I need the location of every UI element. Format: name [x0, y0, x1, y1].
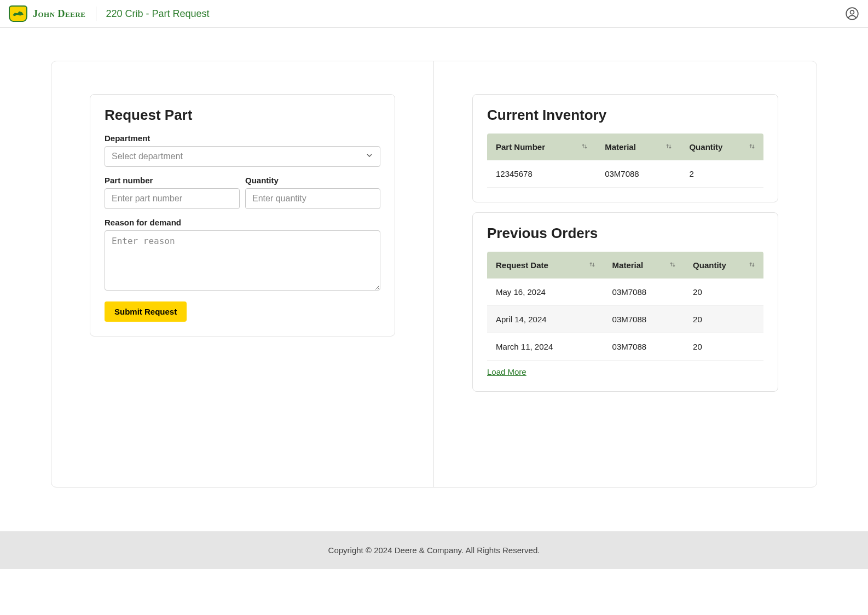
reason-textarea[interactable] — [105, 230, 380, 291]
cell-material: 03M7088 — [604, 333, 685, 361]
brand-logo: John Deere — [9, 5, 86, 22]
table-row: 12345678 03M7088 2 — [487, 160, 763, 188]
part-number-field: Part number — [105, 176, 240, 209]
table-row: March 11, 2024 03M7088 20 — [487, 333, 763, 361]
request-part-card: Request Part Department Select departmen… — [90, 94, 395, 336]
part-number-input[interactable] — [105, 188, 240, 209]
svg-point-1 — [850, 10, 854, 14]
sort-icon — [748, 260, 756, 270]
main-content: Request Part Department Select departmen… — [0, 28, 868, 531]
department-field: Department Select department — [105, 134, 380, 167]
sort-icon — [669, 260, 676, 270]
cell-part-number: 12345678 — [487, 160, 596, 188]
department-label: Department — [105, 134, 380, 143]
cell-date: April 14, 2024 — [487, 306, 604, 333]
sort-icon — [588, 260, 596, 270]
cell-quantity: 20 — [684, 306, 763, 333]
header-divider — [96, 7, 96, 21]
panel-right: Current Inventory Part Number Materia — [434, 61, 817, 487]
quantity-field: Quantity — [245, 176, 380, 209]
sort-icon — [665, 142, 673, 152]
current-inventory-card: Current Inventory Part Number Materia — [472, 94, 778, 202]
inventory-table: Part Number Material — [487, 134, 763, 188]
part-number-label: Part number — [105, 176, 240, 185]
inventory-col-material[interactable]: Material — [596, 134, 680, 160]
cell-quantity: 2 — [680, 160, 763, 188]
department-select[interactable]: Select department — [105, 146, 380, 167]
request-part-title: Request Part — [105, 107, 380, 124]
cell-material: 03M7088 — [604, 279, 685, 306]
quantity-input[interactable] — [245, 188, 380, 209]
current-inventory-title: Current Inventory — [487, 107, 763, 124]
page-title: 220 Crib - Part Request — [106, 8, 210, 20]
copyright-text: Copyright © 2024 Deere & Company. All Ri… — [328, 546, 540, 555]
header-left: John Deere 220 Crib - Part Request — [9, 5, 210, 22]
sort-icon — [581, 142, 588, 152]
previous-orders-title: Previous Orders — [487, 225, 763, 242]
table-row: May 16, 2024 03M7088 20 — [487, 279, 763, 306]
content-panel: Request Part Department Select departmen… — [51, 61, 817, 488]
account-icon[interactable] — [845, 7, 859, 21]
cell-quantity: 20 — [684, 333, 763, 361]
orders-col-date[interactable]: Request Date — [487, 252, 604, 279]
deere-logo-icon — [9, 5, 27, 22]
orders-col-material[interactable]: Material — [604, 252, 685, 279]
reason-label: Reason for demand — [105, 218, 380, 227]
previous-orders-card: Previous Orders Request Date Material — [472, 212, 778, 392]
orders-col-quantity[interactable]: Quantity — [684, 252, 763, 279]
reason-field: Reason for demand — [105, 218, 380, 293]
orders-table: Request Date Material — [487, 252, 763, 361]
cell-date: March 11, 2024 — [487, 333, 604, 361]
panel-left: Request Part Department Select departmen… — [51, 61, 434, 487]
brand-name: John Deere — [33, 8, 86, 20]
sort-icon — [748, 142, 756, 152]
cell-quantity: 20 — [684, 279, 763, 306]
inventory-col-quantity[interactable]: Quantity — [680, 134, 763, 160]
page-footer: Copyright © 2024 Deere & Company. All Ri… — [0, 531, 868, 569]
cell-material: 03M7088 — [596, 160, 680, 188]
load-more-link[interactable]: Load More — [487, 367, 526, 376]
inventory-col-part-number[interactable]: Part Number — [487, 134, 596, 160]
cell-date: May 16, 2024 — [487, 279, 604, 306]
submit-request-button[interactable]: Submit Request — [105, 301, 187, 322]
table-row: April 14, 2024 03M7088 20 — [487, 306, 763, 333]
quantity-label: Quantity — [245, 176, 380, 185]
cell-material: 03M7088 — [604, 306, 685, 333]
app-header: John Deere 220 Crib - Part Request — [0, 0, 868, 28]
